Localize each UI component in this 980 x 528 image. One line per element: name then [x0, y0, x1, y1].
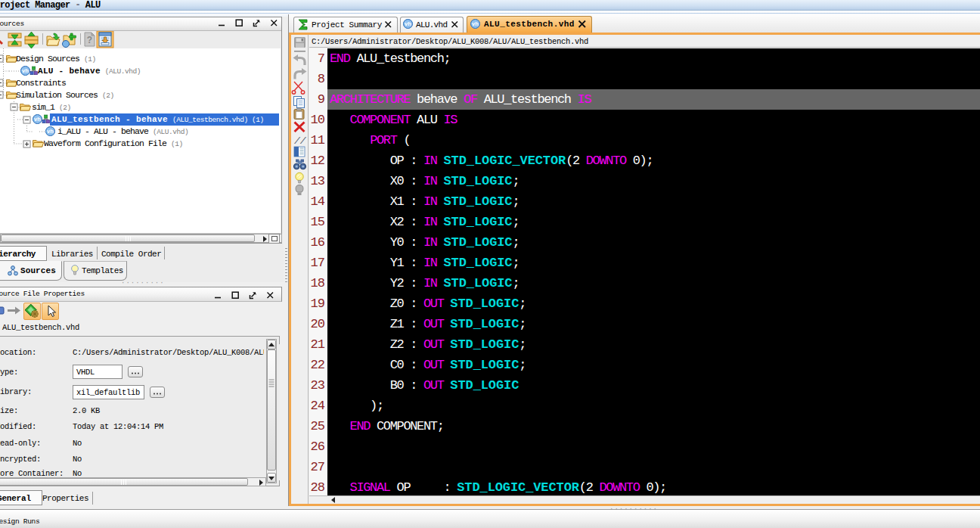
svg-text:?: ? — [87, 35, 92, 45]
svg-text:vh: vh — [47, 128, 54, 135]
svg-text:vh: vh — [472, 20, 479, 27]
svg-text:vh: vh — [405, 20, 411, 27]
svg-text:vh: vh — [34, 116, 41, 123]
svg-text:vh: vh — [22, 67, 29, 74]
